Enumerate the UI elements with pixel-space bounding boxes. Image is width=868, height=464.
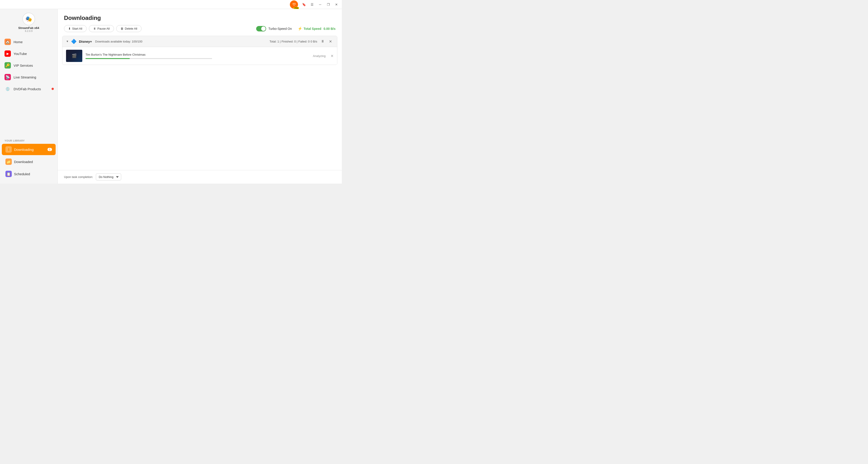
download-item: 🎬 Tim Burton's The Nightmare Before Chri…	[62, 47, 337, 65]
titlebar-controls: 🛡 FREE 🔖 ☰ ─ ❐ ✕	[290, 0, 340, 9]
pause-all-button[interactable]: ⏸ Pause All	[89, 25, 114, 32]
provider-downloads-info: Downloads available today: 100/100	[95, 40, 143, 43]
total-speed-value: 0.00 B/s	[323, 27, 336, 31]
menu-button[interactable]: ☰	[308, 1, 316, 8]
home-icon: 🏠	[4, 39, 11, 45]
main-layout: 🎭 StreamFab x64 6.2.0.9 🏠 Home ▶ YouTube…	[0, 9, 342, 184]
vpn-badge[interactable]: 🛡 FREE	[290, 0, 298, 9]
download-status: Analyzing	[313, 54, 326, 58]
sidebar-item-label: Home	[13, 40, 23, 44]
failed-stat: Failed: 0	[299, 40, 310, 43]
library-label: YOUR LIBRARY	[4, 139, 25, 142]
chevron-down-icon[interactable]: ▼	[66, 40, 69, 43]
lib-item-label: Downloaded	[14, 160, 33, 164]
toolbar: ⬇ Start All ⏸ Pause All 🗑 Delete All Tur…	[58, 25, 342, 36]
content-header: Downloading	[58, 9, 342, 25]
sidebar-item-youtube[interactable]: ▶ YouTube	[0, 48, 57, 59]
close-button[interactable]: ✕	[333, 1, 340, 8]
start-all-button[interactable]: ⬇ Start All	[64, 25, 87, 32]
provider-header: ▼ 🔷 Disney+ Downloads available today: 1…	[62, 36, 337, 47]
turbo-toggle[interactable]	[256, 26, 266, 31]
lib-item-label: Downloading	[14, 148, 34, 152]
total-speed-label: Total Speed	[304, 27, 321, 31]
restore-button[interactable]: ❐	[325, 1, 332, 8]
download-info: Tim Burton's The Nightmare Before Christ…	[86, 53, 310, 59]
sidebar-nav: 🏠 Home ▶ YouTube 🔑 VIP Services 📡 Live S…	[0, 35, 57, 136]
lightning-icon: ⚡	[298, 27, 302, 31]
live-icon: 📡	[4, 74, 11, 80]
app-logo: 🎭	[22, 13, 35, 25]
notification-dot	[52, 88, 54, 90]
sidebar-item-dvdfab[interactable]: 💿 DVDFab Products	[0, 83, 57, 95]
pause-icon: ⏸	[93, 27, 96, 30]
sidebar-item-label: Live Streaming	[13, 75, 36, 79]
toggle-knob	[261, 27, 266, 31]
movie-thumbnail: 🎬	[66, 50, 82, 62]
close-provider-button[interactable]: ✕	[327, 38, 334, 44]
downloading-badge: 1	[48, 148, 52, 151]
pause-provider-button[interactable]: ⏸	[319, 38, 326, 44]
vpn-free-label: FREE	[294, 7, 299, 9]
youtube-icon: ▶	[4, 51, 11, 57]
sidebar-item-vip[interactable]: 🔑 VIP Services	[0, 59, 57, 71]
delete-icon: 🗑	[121, 27, 123, 30]
movie-thumb-inner: 🎬	[66, 50, 82, 62]
lib-item-downloaded[interactable]: 📁 Downloaded	[2, 156, 56, 167]
library-section: YOUR LIBRARY	[0, 136, 57, 143]
provider-logo: 🔷	[71, 39, 76, 44]
remove-item-button[interactable]: ✕	[331, 54, 334, 58]
turbo-label: Turbo-Speed On	[268, 27, 292, 31]
downloading-icon: ⬇	[5, 146, 12, 153]
provider-group: ▼ 🔷 Disney+ Downloads available today: 1…	[62, 36, 337, 65]
dvdfab-icon: 💿	[4, 86, 11, 92]
app-name: StreamFab x64	[18, 26, 39, 30]
vip-icon: 🔑	[4, 62, 11, 68]
content-area: Downloading ⬇ Start All ⏸ Pause All 🗑 De…	[58, 9, 342, 184]
finished-stat: Finished: 0 |	[281, 40, 298, 43]
sidebar-logo: 🎭 StreamFab x64 6.2.0.9	[0, 9, 57, 35]
sidebar-item-label: YouTube	[13, 52, 27, 56]
sidebar: 🎭 StreamFab x64 6.2.0.9 🏠 Home ▶ YouTube…	[0, 9, 58, 184]
sidebar-item-label: DVDFab Products	[13, 87, 41, 91]
bookmark-button[interactable]: 🔖	[300, 1, 308, 8]
page-title: Downloading	[64, 14, 336, 22]
bottom-bar: Upon task completion: Do Nothing Shut Do…	[58, 170, 342, 184]
download-area: ▼ 🔷 Disney+ Downloads available today: 1…	[58, 36, 342, 170]
delete-all-button[interactable]: 🗑 Delete All	[116, 25, 142, 32]
sidebar-item-live[interactable]: 📡 Live Streaming	[0, 71, 57, 83]
turbo-section: Turbo-Speed On ⚡ Total Speed 0.00 B/s	[256, 26, 336, 31]
start-icon: ⬇	[68, 27, 71, 30]
lib-item-downloading[interactable]: ⬇ Downloading 1	[2, 144, 56, 155]
downloaded-icon: 📁	[5, 158, 12, 165]
progress-bar-fill	[86, 58, 130, 59]
sidebar-item-label: VIP Services	[13, 64, 33, 67]
provider-stats: Total: 1 | Finished: 0 | Failed: 0 0 B/s	[270, 40, 317, 43]
titlebar: 🛡 FREE 🔖 ☰ ─ ❐ ✕	[0, 0, 342, 9]
provider-name: Disney+	[79, 39, 92, 43]
completion-select[interactable]: Do Nothing Shut Down Sleep Hibernate Exi…	[96, 174, 121, 181]
progress-bar-background	[86, 58, 212, 59]
download-title: Tim Burton's The Nightmare Before Christ…	[86, 53, 310, 56]
completion-label: Upon task completion:	[64, 175, 93, 179]
speed-section: ⚡ Total Speed 0.00 B/s	[298, 27, 336, 31]
app-version: 6.2.0.9	[25, 30, 33, 32]
total-stat: Total: 1 |	[270, 40, 281, 43]
speed-stat: 0 B/s	[310, 40, 317, 43]
provider-actions: ⏸ ✕	[319, 38, 334, 44]
minimize-button[interactable]: ─	[316, 1, 324, 8]
lib-item-scheduled[interactable]: 📋 Scheduled	[2, 168, 56, 180]
lib-item-label: Scheduled	[14, 172, 30, 176]
sidebar-item-home[interactable]: 🏠 Home	[0, 36, 57, 48]
scheduled-icon: 📋	[5, 171, 12, 177]
